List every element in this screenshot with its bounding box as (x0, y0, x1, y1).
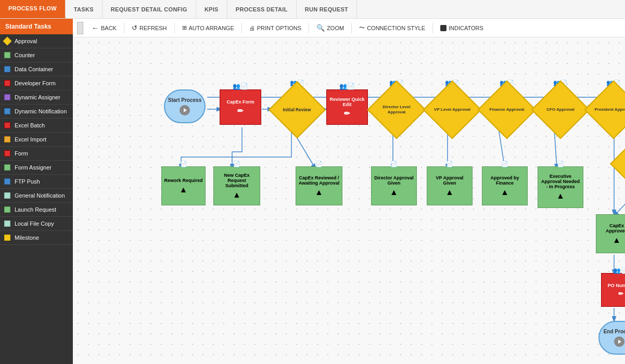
sidebar-item-developer-form[interactable]: Developer Form (0, 76, 73, 90)
approval-icon (3, 37, 12, 46)
node-approved-finance[interactable]: 📄 Approved by Finance ▲ (482, 166, 528, 205)
tab-run-request[interactable]: RUN REQUEST (297, 0, 357, 18)
back-button[interactable]: ← BACK (87, 22, 121, 34)
node-new-capex[interactable]: 📄 New CapEx Request Submitted ▲ (213, 166, 260, 205)
approved-finance-top-icon: 📄 (501, 161, 508, 167)
node-initial-review[interactable]: 👥📄 Initial Review (275, 87, 319, 133)
back-arrow-icon: ← (92, 24, 99, 32)
sidebar-item-dynamic-notification[interactable]: Dynamic Notification (0, 105, 73, 119)
new-capex-top-icon: 📄 (233, 161, 240, 167)
capex-approved-arrow-icon: ▲ (613, 236, 621, 245)
rework-top-icon: 📄 (180, 161, 187, 167)
node-end-process[interactable]: End Process (598, 321, 625, 355)
dynamic-assigner-icon (4, 94, 10, 100)
tab-kpis[interactable]: KPIS (196, 0, 227, 18)
sidebar-item-general-notification[interactable]: General Notification (0, 189, 73, 203)
refresh-button[interactable]: ↺ REFRESH (127, 22, 171, 33)
scroll-handle[interactable] (77, 22, 83, 34)
po-number-edit-icon: ✏ (618, 290, 623, 297)
director-approval-label: Director Level Approval (374, 102, 419, 116)
node-reviewer-quick-edit[interactable]: 👥📄 Reviewer Quick Edit ✏ (326, 89, 368, 125)
start-play-icon (180, 105, 190, 115)
rework-arrow-icon: ▲ (180, 185, 188, 194)
excel-import-icon (4, 136, 10, 142)
node-exec-approval[interactable]: 📄 Executive Approval Needed - In Progres… (538, 166, 583, 208)
node-vp-approval[interactable]: 👥📄 VP Level Approval (429, 87, 475, 133)
director-given-top-icon: 📄 (390, 161, 398, 167)
director-given-arrow-icon: ▲ (390, 188, 398, 197)
po-number-top-icon: 👥📄 (614, 267, 626, 274)
canvas-area: ← BACK ↺ REFRESH ⊞ AUTO ARRANGE 🖨 PRINT … (73, 19, 625, 364)
tab-process-flow[interactable]: PROCESS FLOW (0, 0, 66, 18)
sidebar-item-form-assigner[interactable]: Form Assigner (0, 161, 73, 175)
approved-finance-arrow-icon: ▲ (501, 188, 509, 197)
end-play-icon (614, 336, 624, 347)
tab-tasks[interactable]: TASKS (66, 0, 103, 18)
capex-reviewed-arrow-icon: ▲ (315, 188, 323, 197)
sidebar-item-ftp-push[interactable]: FTP Push (0, 175, 73, 189)
initial-review-label: Initial Review (283, 107, 311, 112)
toolbar-separator-5 (351, 23, 352, 33)
node-board-approval[interactable]: 👥📄 Board Level Approval (617, 140, 625, 187)
node-rework-required[interactable]: 📄 Rework Required ▲ (161, 166, 206, 205)
toolbar-separator-3 (241, 23, 242, 33)
node-president-approval[interactable]: 👥📄 President Approval (591, 87, 625, 133)
node-capex-approved[interactable]: CapEx Approved ▲ (596, 214, 625, 253)
indicators-icon (440, 25, 447, 31)
node-capex-reviewed[interactable]: 📄 CapEx Reviewed / Awaiting Approval ▲ (296, 166, 342, 205)
sidebar-item-local-file-copy[interactable]: Local File Copy (0, 217, 73, 231)
finance-approval-label: Finance Approval (488, 105, 527, 114)
capex-reviewed-top-icon: 📄 (315, 161, 323, 167)
ftp-push-icon (4, 178, 10, 185)
main-layout: Standard Tasks Approval Counter Data Con… (0, 19, 625, 364)
data-container-icon (4, 66, 10, 72)
flow-container: Start Process 👥📄 CapEx Form ✏ 👥📄 Initial… (73, 37, 625, 364)
tab-request-detail-config[interactable]: REQUEST DETAIL CONFIG (103, 0, 196, 18)
indicators-button[interactable]: INDICATORS (436, 23, 488, 33)
vp-given-top-icon: 📄 (446, 161, 453, 167)
tab-process-detail[interactable]: PROCESS DETAIL (227, 0, 297, 18)
sidebar-item-approval[interactable]: Approval (0, 34, 73, 48)
excel-batch-icon (4, 122, 10, 128)
node-capex-form[interactable]: 👥📄 CapEx Form ✏ (220, 89, 261, 125)
node-finance-approval[interactable]: 👥📄 Finance Approval (484, 87, 530, 133)
sidebar-item-counter[interactable]: Counter (0, 48, 73, 62)
node-director-given[interactable]: 📄 Director Approval Given ▲ (371, 166, 417, 205)
node-vp-given[interactable]: 📄 VP Approval Given ▲ (427, 166, 473, 205)
zoom-icon: 🔍 (316, 24, 325, 32)
print-options-button[interactable]: 🖨 PRINT OPTIONS (245, 23, 305, 33)
sidebar: Standard Tasks Approval Counter Data Con… (0, 19, 73, 364)
vp-given-arrow-icon: ▲ (445, 188, 454, 197)
reviewer-edit-icon: ✏ (344, 109, 350, 118)
zoom-button[interactable]: 🔍 ZOOM (312, 22, 348, 33)
form-assigner-icon (4, 164, 10, 171)
toolbar-separator-6 (432, 23, 433, 33)
developer-form-icon (4, 80, 10, 86)
node-cfo-approval[interactable]: 👥📄 CFO Approval (538, 87, 583, 133)
node-director-approval[interactable]: 👥📄 Director Level Approval (374, 87, 419, 133)
capex-form-top-icon: 👥📄 (233, 83, 248, 90)
toolbar-separator-2 (174, 23, 175, 33)
node-po-number[interactable]: 👥📄 PO Number ✏ (601, 273, 625, 307)
node-start-process[interactable]: Start Process (164, 89, 206, 123)
dynamic-notification-icon (4, 108, 10, 114)
sidebar-header: Standard Tasks (0, 19, 73, 34)
connection-icon: 〜 (359, 24, 365, 32)
auto-arrange-button[interactable]: ⊞ AUTO ARRANGE (178, 23, 238, 33)
sidebar-item-form[interactable]: Form (0, 147, 73, 161)
sidebar-item-dynamic-assigner[interactable]: Dynamic Assigner (0, 90, 73, 105)
sidebar-item-launch-request[interactable]: Launch Request (0, 203, 73, 217)
milestone-icon (4, 235, 10, 241)
launch-request-icon (4, 206, 10, 213)
sidebar-item-excel-import[interactable]: Excel Import (0, 133, 73, 147)
sidebar-item-data-container[interactable]: Data Container (0, 62, 73, 76)
president-approval-label: President Approval (592, 105, 625, 114)
refresh-icon: ↺ (132, 24, 137, 32)
sidebar-item-milestone[interactable]: Milestone (0, 231, 73, 245)
end-process-label: End Process (604, 329, 625, 334)
sidebar-item-excel-batch[interactable]: Excel Batch (0, 119, 73, 133)
connection-style-button[interactable]: 〜 CONNECTION STYLE (355, 22, 429, 33)
reviewer-top-icon: 👥📄 (339, 83, 355, 90)
general-notification-icon (4, 192, 10, 199)
canvas[interactable]: Start Process 👥📄 CapEx Form ✏ 👥📄 Initial… (73, 37, 625, 364)
